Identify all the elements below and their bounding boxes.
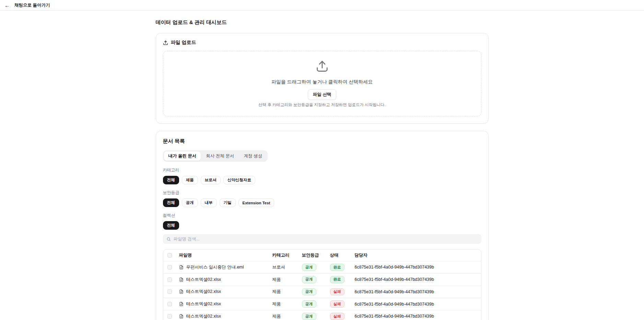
security-badge: 공개 [302,276,316,283]
security-badge: 공개 [302,288,316,296]
filter-chip-category[interactable]: 전체 [163,176,179,184]
upload-card-header: 파일 업로드 [163,39,481,46]
filter-chip-security[interactable]: 기밀 [220,198,236,207]
filter-chip-category[interactable]: 브로셔 [201,176,221,184]
file-icon [179,301,184,307]
filter-label-category: 카테고리 [163,167,481,173]
file-upload-card: 파일 업로드 파일을 드래그하여 놓거나 클릭하여 선택하세요 파일 선택 선택… [156,33,489,124]
file-icon [179,277,184,282]
row-checkbox[interactable] [167,277,172,282]
file-cell: 테스트엑셀02.xlsx [179,301,268,307]
main-content: 데이터 업로드 & 관리 대시보드 파일 업로드 파일을 드래그하여 놓거나 클… [156,19,489,320]
dropzone-instruction: 파일을 드래그하여 놓거나 클릭하여 선택하세요 [271,79,373,85]
category-value: 제품 [272,277,281,282]
table-row: 테스트엑셀02.xlsx제품공개실패6c875e31-f5bf-4a0d-949… [163,310,481,320]
file-icon [179,289,184,294]
back-arrow-icon: ← [4,3,10,8]
filter-chip-category[interactable]: 제품 [182,176,198,184]
back-label: 채팅으로 돌아가기 [14,2,50,8]
col-header-filename: 파일명 [177,250,270,261]
row-checkbox[interactable] [167,289,172,294]
owner-id: 6c875e31-f5bf-4a0d-949b-447bd307439b [355,265,434,270]
category-value: 브로셔 [272,265,285,270]
security-badge: 공개 [302,313,316,320]
file-name[interactable]: 테스트엑셀02.xlsx [186,313,221,319]
filter-chips-category: 전체제품브로셔신약신청자료 [163,176,481,184]
document-list-title: 문서 목록 [163,138,481,145]
status-badge: 완료 [330,276,344,283]
table-header-row: 파일명 카테고리 보안등급 상태 담당자 [163,250,481,261]
documents-table-container: 파일명 카테고리 보안등급 상태 담당자 우편서비스 일시중단 안내.eml브로… [163,249,481,320]
file-cell: 테스트엑셀02.xlsx [179,289,268,295]
security-badge: 공개 [302,264,316,271]
filter-label-security: 보안등급 [163,190,481,196]
filter-chip-category[interactable]: 신약신청자료 [223,176,255,184]
tab-company-docs[interactable]: 회사 전체 문서 [201,151,238,161]
row-checkbox[interactable] [167,302,172,306]
row-checkbox[interactable] [167,314,172,319]
page-title: 데이터 업로드 & 관리 대시보드 [156,19,489,26]
upload-cloud-icon [316,60,329,74]
tab-create-account[interactable]: 계정 생성 [239,151,266,161]
status-badge: 완료 [330,264,344,271]
upload-icon [163,40,168,45]
table-row: 우편서비스 일시중단 안내.eml브로셔공개완료6c875e31-f5bf-4a… [163,261,481,274]
category-value: 제품 [272,289,281,294]
owner-id: 6c875e31-f5bf-4a0d-949b-447bd307439b [355,289,434,294]
status-badge: 실패 [330,313,344,320]
col-header-category: 카테고리 [270,250,300,261]
file-name[interactable]: 테스트엑셀02.xlsx [186,301,221,307]
dropzone-hint: 선택 후 카테고리와 보안등급을 지정하고 저장하면 업로드가 시작됩니다. [258,102,386,107]
table-row: 테스트엑셀02.xlsx제품공개실패6c875e31-f5bf-4a0d-949… [163,286,481,298]
category-value: 제품 [272,314,281,319]
owner-id: 6c875e31-f5bf-4a0d-949b-447bd307439b [355,314,434,319]
table-row: 테스트엑셀02.xlsx제품공개완료6c875e31-f5bf-4a0d-949… [163,273,481,286]
file-cell: 테스트엑셀02.xlsx [179,313,268,319]
tab-my-docs[interactable]: 내가 올린 문서 [164,151,201,161]
select-file-button[interactable]: 파일 선택 [308,89,336,100]
search-bar [163,234,481,244]
documents-table: 파일명 카테고리 보안등급 상태 담당자 우편서비스 일시중단 안내.eml브로… [163,250,481,320]
status-badge: 실패 [330,300,344,308]
document-tabs: 내가 올린 문서회사 전체 문서계정 생성 [163,150,268,162]
document-list-card: 문서 목록 내가 올린 문서회사 전체 문서계정 생성 카테고리전체제품브로셔신… [156,131,489,320]
filter-chip-security[interactable]: Extension Test [238,198,274,207]
upload-card-title: 파일 업로드 [171,39,196,46]
status-badge: 실패 [330,288,344,296]
security-badge: 공개 [302,300,316,308]
filter-chip-security[interactable]: 공개 [182,198,198,207]
select-all-checkbox[interactable] [167,253,172,258]
row-checkbox[interactable] [167,265,172,270]
category-value: 제품 [272,301,281,306]
file-dropzone[interactable]: 파일을 드래그하여 놓거나 클릭하여 선택하세요 파일 선택 선택 후 카테고리… [163,51,481,116]
table-row: 테스트엑셀02.xlsx제품공개실패6c875e31-f5bf-4a0d-949… [163,298,481,310]
filter-label-collection: 컬렉션 [163,213,481,218]
filter-chip-collection[interactable]: 전체 [163,221,179,230]
file-name[interactable]: 테스트엑셀02.xlsx [186,289,221,295]
filter-chip-security[interactable]: 전체 [163,198,179,207]
filter-chips-security: 전체공개내부기밀Extension Test [163,198,481,207]
file-name[interactable]: 우편서비스 일시중단 안내.eml [186,264,244,270]
owner-id: 6c875e31-f5bf-4a0d-949b-447bd307439b [355,277,434,282]
filename-search-input[interactable] [174,237,478,241]
file-cell: 테스트엑셀02.xlsx [179,277,268,283]
file-icon [179,314,184,319]
back-to-chat-button[interactable]: ← 채팅으로 돌아가기 [4,2,50,8]
filter-chip-security[interactable]: 내부 [201,198,217,207]
filters-section: 카테고리전체제품브로셔신약신청자료보안등급전체공개내부기밀Extension T… [163,167,481,230]
owner-id: 6c875e31-f5bf-4a0d-949b-447bd307439b [355,302,434,307]
search-icon [166,237,171,241]
filter-chips-collection: 전체 [163,221,481,230]
col-header-owner: 담당자 [353,250,481,261]
topbar: ← 채팅으로 돌아가기 [0,0,644,11]
file-name[interactable]: 테스트엑셀02.xlsx [186,277,221,283]
col-header-status: 상태 [328,250,353,261]
col-header-security: 보안등급 [300,250,328,261]
file-icon [179,265,184,270]
file-cell: 우편서비스 일시중단 안내.eml [179,264,268,270]
